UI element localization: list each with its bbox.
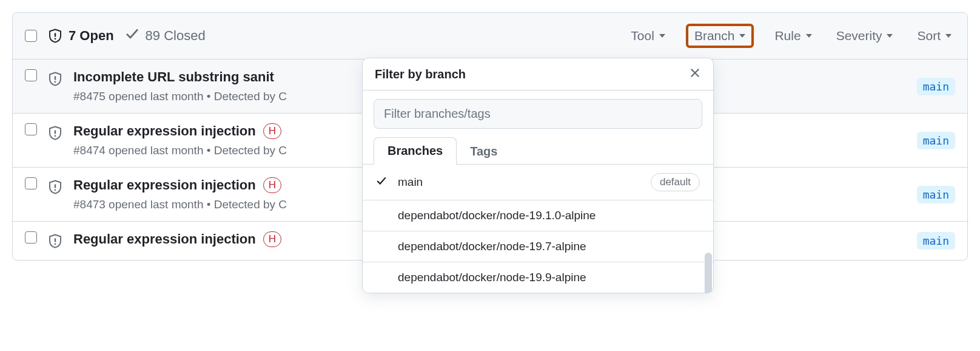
select-all-checkbox[interactable] bbox=[25, 30, 37, 42]
shield-alert-icon bbox=[48, 123, 62, 142]
alerts-container: 7 Open 89 Closed Tool Branch Ru bbox=[12, 12, 968, 261]
branch-item[interactable]: dependabot/docker/node-19.1.0-alpine bbox=[363, 200, 713, 231]
tab-branches[interactable]: Branches bbox=[374, 137, 457, 165]
default-badge: default bbox=[651, 173, 700, 191]
svg-point-1 bbox=[55, 38, 56, 39]
closed-count[interactable]: 89 Closed bbox=[125, 27, 206, 45]
branch-item-label: dependabot/docker/node-19.1.0-alpine bbox=[398, 209, 700, 222]
shield-alert-icon bbox=[48, 177, 62, 196]
dropdown-title: Filter by branch bbox=[375, 67, 466, 81]
severity-pill-label: H bbox=[269, 233, 276, 245]
toolbar-right: Tool Branch Rule Severity Sort bbox=[627, 24, 955, 48]
closed-count-text: 89 Closed bbox=[146, 28, 206, 44]
alert-title[interactable]: Regular expression injection bbox=[73, 231, 256, 247]
branch-filter-input[interactable] bbox=[374, 99, 702, 129]
branch-item[interactable]: dependabot/docker/node-19.9-alpine bbox=[363, 262, 713, 293]
severity-pill: H bbox=[263, 177, 281, 193]
alert-checkbox[interactable] bbox=[25, 69, 37, 81]
alert-title[interactable]: Incomplete URL substring sanit bbox=[73, 69, 274, 85]
shield-alert-icon bbox=[48, 231, 62, 250]
branch-tag[interactable]: main bbox=[917, 132, 955, 149]
filter-severity-label: Severity bbox=[836, 29, 882, 43]
filter-sort-label: Sort bbox=[917, 29, 941, 43]
severity-pill: H bbox=[263, 123, 281, 139]
check-icon bbox=[376, 176, 389, 189]
branch-item[interactable]: dependabot/docker/node-19.7-alpine bbox=[363, 231, 713, 262]
branch-item-label: main bbox=[398, 176, 642, 189]
shield-alert-icon bbox=[48, 29, 62, 43]
caret-down-icon bbox=[806, 34, 812, 38]
filter-branch-label: Branch bbox=[694, 29, 735, 43]
caret-down-icon bbox=[659, 34, 665, 38]
svg-point-7 bbox=[55, 189, 56, 191]
alert-checkbox[interactable] bbox=[25, 231, 37, 244]
check-icon bbox=[125, 27, 139, 45]
branch-item-label: dependabot/docker/node-19.7-alpine bbox=[398, 240, 700, 253]
filter-tool[interactable]: Tool bbox=[627, 26, 669, 46]
severity-pill-label: H bbox=[269, 125, 276, 137]
open-count[interactable]: 7 Open bbox=[48, 28, 114, 44]
svg-point-3 bbox=[55, 81, 56, 83]
svg-point-9 bbox=[55, 243, 56, 245]
branch-item[interactable]: main default bbox=[363, 165, 713, 200]
branch-tag[interactable]: main bbox=[917, 232, 955, 250]
severity-pill: H bbox=[263, 231, 281, 247]
toolbar-left: 7 Open 89 Closed bbox=[25, 27, 206, 45]
branch-list[interactable]: main default dependabot/docker/node-19.1… bbox=[363, 165, 713, 293]
filter-severity[interactable]: Severity bbox=[833, 26, 897, 46]
branch-tag[interactable]: main bbox=[917, 186, 955, 203]
alerts-toolbar: 7 Open 89 Closed Tool Branch Ru bbox=[13, 13, 967, 60]
close-icon[interactable] bbox=[689, 67, 701, 81]
scrollbar-thumb[interactable] bbox=[705, 253, 712, 293]
alert-title[interactable]: Regular expression injection bbox=[73, 123, 256, 139]
alert-title[interactable]: Regular expression injection bbox=[73, 177, 256, 193]
filter-branch[interactable]: Branch bbox=[686, 24, 754, 48]
branch-filter-dropdown: Filter by branch Branches Tags main bbox=[362, 58, 714, 293]
dropdown-header: Filter by branch bbox=[363, 58, 713, 90]
tab-tags[interactable]: Tags bbox=[457, 138, 511, 165]
shield-alert-icon bbox=[48, 69, 62, 88]
open-count-text: 7 Open bbox=[69, 28, 114, 44]
branch-item-label: dependabot/docker/node-19.9-alpine bbox=[398, 271, 700, 284]
svg-point-5 bbox=[55, 135, 56, 137]
caret-down-icon bbox=[887, 34, 893, 38]
alert-checkbox[interactable] bbox=[25, 177, 37, 189]
filter-rule-label: Rule bbox=[774, 29, 800, 43]
dropdown-tabs: Branches Tags bbox=[363, 137, 713, 165]
alert-checkbox[interactable] bbox=[25, 123, 37, 135]
severity-pill-label: H bbox=[269, 179, 276, 191]
dropdown-search-wrap bbox=[363, 90, 713, 137]
caret-down-icon bbox=[945, 34, 951, 38]
filter-sort[interactable]: Sort bbox=[913, 26, 955, 46]
filter-rule[interactable]: Rule bbox=[771, 26, 815, 46]
caret-down-icon bbox=[739, 34, 745, 38]
filter-tool-label: Tool bbox=[631, 29, 654, 43]
branch-tag[interactable]: main bbox=[917, 78, 955, 95]
